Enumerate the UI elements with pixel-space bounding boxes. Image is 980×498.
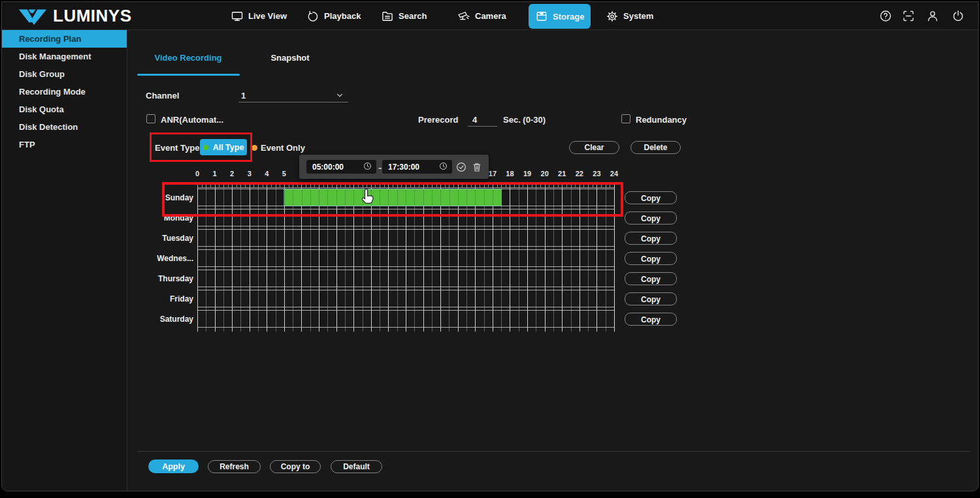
- sidebar-item-disk-detection[interactable]: Disk Detection: [2, 118, 127, 136]
- refresh-button[interactable]: Refresh: [208, 460, 261, 473]
- schedule-row-wednes[interactable]: [197, 249, 614, 267]
- copy-button-wednes[interactable]: Copy: [625, 252, 677, 265]
- copy-button-friday[interactable]: Copy: [625, 292, 677, 305]
- hour-label-1: 1: [213, 170, 217, 178]
- time-range-popup: 05:00:00 - 17:30:00: [299, 155, 489, 179]
- nav-item-label: System: [623, 11, 653, 21]
- monitor-icon: [231, 10, 244, 23]
- start-time-input[interactable]: 05:00:00: [306, 160, 376, 174]
- active-tab-underline: [137, 74, 240, 76]
- apply-button[interactable]: Apply: [148, 459, 199, 473]
- grid-ruler: [197, 182, 614, 188]
- event-type-all-type-button[interactable]: All Type: [200, 139, 247, 155]
- help-icon[interactable]: [879, 9, 892, 23]
- schedule-grid[interactable]: [197, 182, 615, 332]
- copy-button-monday[interactable]: Copy: [625, 211, 677, 225]
- nav-item-camera[interactable]: Camera: [451, 2, 513, 30]
- clear-button[interactable]: Clear: [569, 141, 619, 154]
- copy-button-tuesday[interactable]: Copy: [625, 232, 677, 245]
- nav-item-label: Camera: [475, 11, 506, 21]
- confirm-check-icon[interactable]: [455, 161, 467, 173]
- nav-item-system[interactable]: System: [599, 2, 660, 30]
- brand-logo: LUMINYS: [18, 6, 132, 26]
- redundancy-label: Redundancy: [636, 115, 687, 125]
- sidebar-item-ftp[interactable]: FTP: [2, 136, 127, 153]
- anr-checkbox[interactable]: [146, 114, 155, 123]
- brand-name: LUMINYS: [53, 6, 132, 26]
- clock-icon[interactable]: [438, 161, 448, 173]
- channel-select-underline: [238, 102, 348, 102]
- hour-label-23: 23: [593, 170, 600, 178]
- user-icon[interactable]: [926, 9, 939, 23]
- nav-item-storage[interactable]: Storage: [529, 4, 591, 29]
- schedule-row-monday[interactable]: [197, 209, 614, 226]
- hour-label-17: 17: [489, 170, 497, 178]
- nav-item-label: Playback: [324, 11, 361, 21]
- day-label-monday: Monday: [100, 210, 193, 227]
- copy-to-button[interactable]: Copy to: [270, 460, 321, 473]
- clock-icon[interactable]: [363, 161, 372, 173]
- prerecord-unit: Sec. (0-30): [503, 115, 546, 125]
- schedule-row-friday[interactable]: [197, 290, 614, 307]
- scan-icon[interactable]: [902, 9, 915, 23]
- day-label-friday: Friday: [100, 290, 193, 308]
- channel-select-value[interactable]: 1: [241, 91, 246, 101]
- nav-item-playback[interactable]: Playback: [300, 2, 367, 30]
- hour-label-0: 0: [195, 170, 199, 178]
- app-window: LUMINYS Live ViewPlaybackSearchCameraSto…: [1, 1, 979, 491]
- sidebar-item-recording-plan[interactable]: Recording Plan: [2, 30, 127, 48]
- chevron-down-icon[interactable]: [335, 90, 345, 103]
- nav-item-label: Search: [399, 11, 427, 21]
- default-button[interactable]: Default: [331, 460, 382, 473]
- top-navigation-bar: LUMINYS Live ViewPlaybackSearchCameraSto…: [2, 2, 978, 30]
- footer-divider: [137, 451, 970, 452]
- nav-item-live-view[interactable]: Live View: [224, 2, 293, 30]
- recording-segment-sunday[interactable]: [284, 189, 501, 206]
- sidebar-item-disk-group[interactable]: Disk Group: [2, 65, 127, 83]
- prerecord-label: Prerecord: [418, 115, 458, 125]
- trash-icon[interactable]: [471, 161, 483, 173]
- day-label-wednes: Wednes...: [100, 250, 193, 268]
- sidebar-item-disk-quota[interactable]: Disk Quota: [2, 101, 127, 118]
- gear-icon: [606, 10, 619, 23]
- tab-video-recording[interactable]: Video Recording: [154, 53, 221, 63]
- event-only-label: Event Only: [261, 143, 305, 153]
- prerecord-input[interactable]: 4: [472, 115, 477, 125]
- day-label-thursday: Thursday: [100, 270, 193, 288]
- schedule-row-tuesday[interactable]: [197, 229, 614, 247]
- time-range-separator: -: [378, 162, 382, 174]
- hour-label-2: 2: [230, 170, 234, 178]
- schedule-row-saturday[interactable]: [197, 310, 614, 328]
- hour-label-24: 24: [610, 170, 618, 178]
- tab-snapshot[interactable]: Snapshot: [270, 53, 309, 63]
- nav-item-label: Storage: [553, 12, 584, 22]
- schedule-row-thursday[interactable]: [197, 270, 614, 287]
- start-time-value: 05:00:00: [312, 163, 344, 172]
- hour-label-22: 22: [576, 170, 583, 178]
- nav-item-search[interactable]: Search: [374, 2, 433, 30]
- hour-label-5: 5: [282, 170, 286, 178]
- folder-icon: [381, 10, 394, 23]
- end-time-input[interactable]: 17:30:00: [382, 160, 452, 174]
- all-type-selected-dot: [203, 145, 208, 150]
- sidebar-item-recording-mode[interactable]: Recording Mode: [2, 83, 127, 101]
- hour-label-3: 3: [248, 170, 252, 178]
- storage-icon: [535, 10, 548, 23]
- copy-button-thursday[interactable]: Copy: [625, 272, 677, 285]
- delete-button[interactable]: Delete: [630, 141, 681, 154]
- redundancy-checkbox[interactable]: [621, 114, 630, 123]
- hour-label-18: 18: [506, 170, 514, 178]
- day-label-tuesday: Tuesday: [100, 230, 193, 247]
- anr-label: ANR(Automat...: [161, 115, 223, 125]
- sidebar-item-disk-management[interactable]: Disk Management: [2, 48, 127, 65]
- copy-button-sunday[interactable]: Copy: [625, 191, 677, 204]
- copy-button-saturday[interactable]: Copy: [625, 313, 677, 326]
- day-label-sunday: Sunday: [100, 189, 193, 207]
- channel-label: Channel: [146, 91, 179, 101]
- event-only-radio[interactable]: [252, 145, 257, 151]
- nav-item-label: Live View: [248, 11, 287, 21]
- cctv-icon: [457, 10, 470, 23]
- event-type-label: Event Type:: [155, 143, 203, 153]
- power-icon[interactable]: [951, 9, 965, 23]
- replay-icon: [306, 10, 319, 23]
